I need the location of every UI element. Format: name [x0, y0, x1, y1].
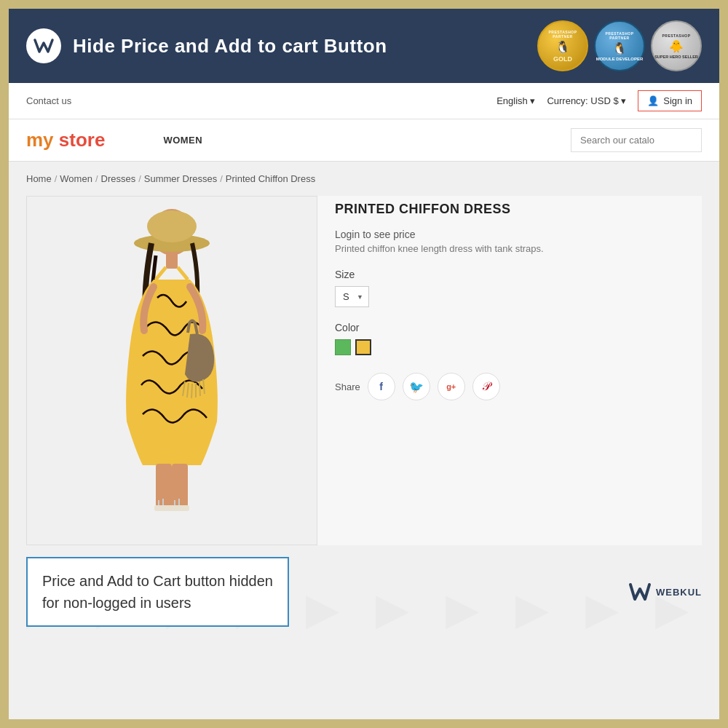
- store-nav-menu: WOMEN: [163, 135, 202, 146]
- top-nav: Contact us English ▾ Currency: USD $ ▾ 👤…: [9, 83, 719, 119]
- breadcrumb-dresses[interactable]: Dresses: [101, 173, 136, 184]
- language-selector[interactable]: English ▾: [496, 95, 535, 106]
- contact-us-link[interactable]: Contact us: [26, 95, 71, 106]
- nav-item-women[interactable]: WOMEN: [163, 135, 202, 146]
- twitter-share-button[interactable]: 🐦: [403, 373, 430, 400]
- breadcrumb-home[interactable]: Home: [26, 173, 52, 184]
- share-row: Share f 🐦 g+ 𝒫: [335, 373, 702, 400]
- header-left: Hide Price and Add to cart Button: [26, 28, 387, 63]
- login-to-see-price: Login to see price: [335, 229, 702, 240]
- svg-rect-7: [170, 505, 189, 511]
- user-icon: 👤: [647, 95, 659, 106]
- breadcrumb: Home / Women / Dresses / Summer Dresses …: [26, 173, 702, 184]
- size-label: Size: [335, 269, 702, 280]
- color-swatches: [335, 339, 702, 355]
- breadcrumb-women[interactable]: Women: [60, 173, 92, 184]
- store-logo[interactable]: my store: [26, 129, 105, 151]
- product-area: PRINTED CHIFFON DRESS Login to see price…: [26, 196, 702, 545]
- badge-partner: PRESTASHOP PARTNER 🐧 MODULE DEVELOPER: [594, 20, 645, 71]
- bottom-notice: ▶ ▶ ▶ ▶ ▶ ▶ ▶ ▶ ▶ ▶ ▶ ▶ Price and Add to…: [26, 557, 702, 627]
- size-dropdown-wrapper[interactable]: S M L: [335, 286, 369, 307]
- header-logo-icon: [26, 28, 61, 63]
- svg-point-2: [147, 210, 197, 242]
- search-input[interactable]: [571, 128, 702, 152]
- size-select-group: S M L: [335, 286, 702, 307]
- googleplus-share-button[interactable]: g+: [438, 373, 465, 400]
- main-content: Home / Women / Dresses / Summer Dresses …: [9, 162, 719, 719]
- webkul-brand-name: WEBKUL: [656, 587, 702, 598]
- product-description: Printed chiffon knee length dress with t…: [335, 243, 702, 254]
- notice-box: Price and Add to Cart button hiddenfor n…: [26, 557, 289, 627]
- color-swatch-green[interactable]: [335, 339, 351, 355]
- badge-super: PRESTASHOP 🐥 SUPER HERO SELLER: [651, 20, 702, 71]
- product-title: PRINTED CHIFFON DRESS: [335, 202, 702, 217]
- product-image-container: [26, 196, 317, 545]
- pinterest-share-button[interactable]: 𝒫: [472, 373, 500, 400]
- share-label: Share: [335, 381, 360, 392]
- webkul-icon: [628, 580, 652, 604]
- facebook-share-button[interactable]: f: [368, 373, 395, 400]
- breadcrumb-current: Printed Chiffon Dress: [226, 173, 315, 184]
- logo-store: store: [54, 129, 106, 151]
- webkul-brand: WEBKUL: [628, 580, 702, 604]
- notice-text: Price and Add to Cart button hiddenfor n…: [42, 573, 273, 611]
- product-details: PRINTED CHIFFON DRESS Login to see price…: [335, 196, 702, 545]
- color-label: Color: [335, 322, 702, 333]
- logo-my: my: [26, 129, 54, 151]
- currency-selector[interactable]: Currency: USD $ ▾: [547, 95, 626, 106]
- top-nav-right: English ▾ Currency: USD $ ▾ 👤 Sign in: [496, 90, 702, 111]
- header-badges: PRESTASHOP PARTNER 🐧 GOLD PRESTASHOP PAR…: [537, 20, 702, 71]
- header-banner: Hide Price and Add to cart Button PRESTA…: [9, 9, 719, 83]
- svg-rect-3: [166, 254, 178, 269]
- size-dropdown[interactable]: S M L: [335, 286, 369, 307]
- store-nav: my store WOMEN: [9, 119, 719, 162]
- color-swatch-yellow[interactable]: [355, 339, 371, 355]
- header-title: Hide Price and Add to cart Button: [73, 35, 387, 58]
- badge-gold: PRESTASHOP PARTNER 🐧 GOLD: [537, 20, 588, 71]
- sign-in-button[interactable]: 👤 Sign in: [638, 90, 702, 111]
- breadcrumb-summer-dresses[interactable]: Summer Dresses: [144, 173, 217, 184]
- product-image: [77, 203, 266, 538]
